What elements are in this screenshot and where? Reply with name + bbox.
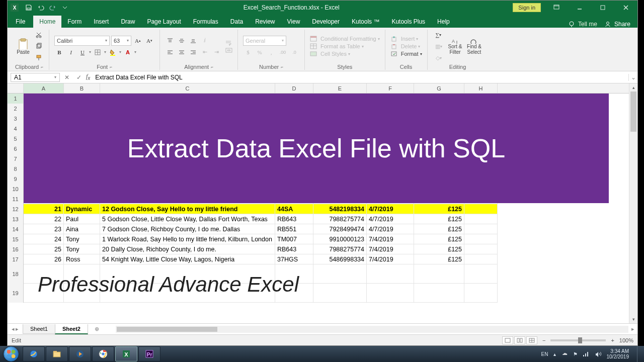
hscroll-right-button[interactable]: ▸ — [628, 326, 637, 332]
sheet-nav-next[interactable]: ▸ — [16, 326, 19, 332]
sheet-tab-2[interactable]: Sheet2 — [55, 324, 88, 334]
vscroll-thumb[interactable] — [630, 92, 636, 132]
share-button[interactable]: Share — [604, 21, 630, 28]
select-all-button[interactable] — [8, 83, 24, 93]
scroll-down-button[interactable]: ▾ — [629, 315, 637, 323]
row-header[interactable]: 13 — [8, 214, 24, 224]
tab-form[interactable]: Form — [61, 16, 88, 28]
sheet-tab-1[interactable]: Sheet1 — [23, 324, 55, 334]
row-header[interactable]: 18 — [8, 264, 24, 284]
row-header[interactable]: 6 — [8, 144, 24, 154]
cell[interactable]: 54 Knight Way, Little Close Way, Lagos, … — [100, 254, 275, 264]
cell[interactable]: £125 — [414, 254, 464, 264]
save-icon[interactable] — [24, 3, 34, 13]
col-header-F[interactable]: F — [367, 83, 414, 93]
col-header-G[interactable]: G — [414, 83, 464, 93]
cell[interactable] — [464, 244, 498, 254]
view-normal-button[interactable] — [502, 336, 513, 344]
grow-font-button[interactable]: A▴ — [133, 36, 143, 46]
tray-sound-icon[interactable] — [595, 351, 602, 357]
zoom-out-button[interactable]: − — [542, 337, 545, 343]
decrease-decimal-button[interactable]: .0 — [289, 47, 299, 57]
formula-input[interactable]: Extract Data Excel File with SQL — [93, 74, 628, 81]
increase-indent-button[interactable]: ⇥ — [211, 47, 221, 57]
font-color-button[interactable]: A — [123, 47, 133, 57]
find-select-button[interactable]: Find & Select — [466, 38, 483, 55]
row-header[interactable]: 10 — [8, 184, 24, 194]
italic-button[interactable]: I — [66, 47, 76, 57]
cell[interactable]: 7/4/2019 — [367, 234, 414, 244]
cell[interactable]: 7928499474 — [313, 224, 367, 234]
orientation-button[interactable]: ⅈ — [200, 36, 210, 46]
title-banner[interactable]: Extract Data Excel File with SQL — [24, 94, 609, 203]
cell[interactable]: RB643 — [275, 214, 313, 224]
cell-styles-button[interactable]: Cell Styles ▾ — [310, 51, 350, 57]
new-sheet-button[interactable]: ⊕ — [88, 324, 106, 334]
tab-kutools-plus[interactable]: Kutools Plus — [385, 16, 431, 28]
comma-format-button[interactable]: , — [266, 47, 276, 57]
decrease-indent-button[interactable]: ⇤ — [200, 47, 210, 57]
increase-decimal-button[interactable]: .00 — [278, 47, 288, 57]
zoom-slider[interactable] — [550, 339, 606, 341]
cell[interactable]: £125 — [414, 204, 464, 214]
cell[interactable]: 1 Warlock Road, Say Hello to my little f… — [100, 234, 275, 244]
tray-network-icon[interactable] — [583, 351, 590, 357]
cell[interactable] — [464, 254, 498, 264]
cell[interactable]: 7 Godson Close, Richboy County, I do me.… — [100, 224, 275, 234]
cell[interactable] — [313, 264, 367, 284]
row-header[interactable]: 3 — [8, 114, 24, 124]
cell[interactable]: RB551 — [275, 224, 313, 234]
number-format-select[interactable]: General▾ — [243, 36, 286, 46]
tab-file[interactable]: File — [8, 16, 33, 28]
tab-review[interactable]: Review — [249, 16, 281, 28]
wrap-text-button[interactable] — [225, 40, 232, 46]
cell[interactable]: 26 — [24, 254, 64, 264]
taskbar-ie[interactable] — [23, 346, 45, 361]
format-cells-button[interactable]: Format ▾ — [390, 51, 422, 57]
col-header-A[interactable]: A — [24, 83, 64, 93]
vertical-scrollbar[interactable]: ▴ ▾ — [629, 83, 637, 323]
redo-icon[interactable] — [48, 3, 58, 13]
cell[interactable]: 7988275774 — [313, 244, 367, 254]
delete-cells-button[interactable]: Delete ▾ — [390, 43, 421, 49]
cell[interactable] — [464, 234, 498, 244]
cell[interactable]: 20 Dally Close, Richboy County, I do me. — [100, 244, 275, 254]
col-header-H[interactable]: H — [464, 83, 498, 93]
cell[interactable]: 37HGS — [275, 254, 313, 264]
cell[interactable] — [367, 264, 414, 284]
cancel-edit-button[interactable]: ✕ — [61, 74, 73, 81]
cell[interactable] — [464, 204, 498, 214]
align-left-button[interactable] — [165, 47, 175, 57]
cut-button[interactable] — [34, 30, 44, 40]
row-header[interactable]: 17 — [8, 254, 24, 264]
undo-icon[interactable] — [36, 3, 46, 13]
expand-formula-bar-button[interactable]: ⌄ — [628, 74, 637, 81]
fill-button[interactable]: ▥ ▾ — [433, 41, 445, 51]
cell[interactable]: 9910000123 — [313, 234, 367, 244]
underline-button[interactable]: U — [77, 47, 88, 57]
view-page-layout-button[interactable] — [514, 336, 525, 344]
maximize-button[interactable] — [591, 1, 614, 15]
cell[interactable]: RB643 — [275, 244, 313, 254]
insert-cells-button[interactable]: Insert ▾ — [390, 36, 419, 42]
minimize-button[interactable] — [568, 1, 591, 15]
cell[interactable]: 22 — [24, 214, 64, 224]
accounting-format-button[interactable]: $ — [243, 47, 253, 57]
font-size-select[interactable]: 63▾ — [111, 36, 131, 46]
copy-button[interactable] — [34, 41, 44, 51]
horizontal-scrollbar[interactable] — [116, 326, 628, 333]
cell[interactable]: 7/4/2019 — [367, 254, 414, 264]
cell[interactable]: 7988275774 — [313, 214, 367, 224]
row-header[interactable]: 4 — [8, 124, 24, 134]
cell[interactable]: 7/4/2019 — [367, 244, 414, 254]
align-top-button[interactable] — [165, 36, 175, 46]
confirm-edit-button[interactable]: ✓ — [73, 74, 85, 81]
tray-clock[interactable]: 3:34 AM 10/2/2019 — [607, 348, 629, 359]
row-header[interactable]: 16 — [8, 244, 24, 254]
format-as-table-button[interactable]: Format as Table ▾ — [310, 43, 364, 49]
ribbon-options-icon[interactable] — [545, 1, 568, 15]
cell[interactable]: 4/7/2019 — [367, 204, 414, 214]
cell[interactable] — [464, 224, 498, 234]
cell[interactable]: £125 — [414, 234, 464, 244]
tab-help[interactable]: Help — [431, 16, 456, 28]
